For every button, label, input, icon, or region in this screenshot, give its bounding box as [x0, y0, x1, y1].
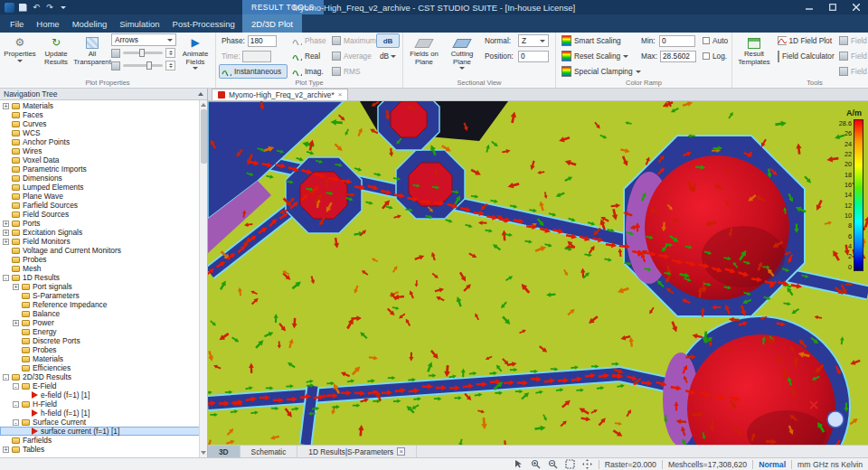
collapse-icon[interactable]: - — [13, 383, 19, 390]
app-icon[interactable] — [4, 3, 14, 13]
pan-icon[interactable] — [581, 459, 593, 470]
tree-item[interactable]: Mesh — [0, 264, 207, 273]
arrow-density-stepper[interactable] — [165, 61, 175, 70]
tree-item[interactable]: Reference Impedance — [0, 300, 207, 309]
collapse-icon[interactable]: - — [13, 401, 19, 408]
tree-item[interactable]: -H-Field — [0, 400, 207, 409]
properties-button[interactable]: ⚙ Properties — [3, 33, 37, 79]
tree-item[interactable]: e-field (f=1) [1] — [0, 390, 207, 400]
special-clamping-button[interactable]: Special Clamping — [559, 64, 637, 79]
tree-item[interactable]: surface current (f=1) [1] — [0, 427, 207, 436]
tab-post-processing[interactable]: Post-Processing — [166, 14, 241, 33]
collapse-icon[interactable]: - — [3, 275, 9, 281]
tab-home[interactable]: Home — [30, 14, 65, 33]
arrow-density-slider[interactable] — [111, 60, 176, 71]
qat-dropdown-icon[interactable] — [58, 3, 69, 13]
tree-item[interactable]: Materials — [0, 354, 207, 363]
expand-icon[interactable]: + — [13, 284, 19, 290]
expand-icon[interactable]: + — [3, 239, 9, 245]
log-checkbox[interactable]: Log. — [700, 49, 729, 63]
document-tab[interactable]: Myomo-High_Freq_v2_archive* × — [212, 89, 348, 100]
tree-item[interactable]: -E-Field — [0, 381, 207, 390]
tree-item[interactable]: Wires — [0, 146, 207, 155]
undo-icon[interactable]: ↶ — [31, 3, 42, 13]
tab-modeling[interactable]: Modeling — [66, 14, 114, 33]
tree-item[interactable]: Voltage and Current Monitors — [0, 246, 207, 255]
collapse-panel-icon[interactable] — [198, 92, 203, 96]
real-button[interactable]: Real — [289, 49, 327, 63]
select-icon[interactable] — [513, 459, 524, 470]
zoom-in-icon[interactable] — [530, 459, 542, 470]
smart-scaling-button[interactable]: Smart Scaling — [559, 33, 637, 48]
tree-item[interactable]: Farfield Sources — [0, 201, 207, 210]
tree-item[interactable]: Field Sources — [0, 210, 207, 219]
scroll-up-icon[interactable] — [201, 103, 206, 107]
fields-on-plane-button[interactable]: Fields on Plane — [406, 33, 442, 79]
result-templates-button[interactable]: Result Templates — [735, 33, 773, 79]
arrows-select[interactable]: Arrows — [111, 33, 176, 46]
tree-item[interactable]: WCS — [0, 128, 207, 137]
tree-item[interactable]: Curves — [0, 119, 207, 128]
tree-item[interactable]: Balance — [0, 309, 207, 318]
zoom-out-icon[interactable] — [547, 459, 559, 470]
redo-icon[interactable]: ↷ — [44, 3, 55, 13]
minimize-button[interactable] — [797, 0, 821, 14]
tree-item[interactable]: Energy — [0, 327, 207, 336]
tree-item[interactable]: -2D/3D Results — [0, 372, 207, 381]
close-icon[interactable]: × — [338, 91, 343, 99]
all-transparent-button[interactable]: All Transparent — [75, 33, 109, 79]
tab-2d3d-plot[interactable]: 2D/3D Plot — [242, 14, 302, 33]
tree-item[interactable]: +Tables — [0, 445, 207, 454]
tree-item[interactable]: +Ports — [0, 219, 207, 228]
collapse-icon[interactable]: - — [3, 374, 9, 381]
tab-file[interactable]: File — [4, 14, 30, 33]
tree-item[interactable]: Discrete Ports — [0, 336, 207, 345]
tree-item[interactable]: Faces — [0, 110, 207, 119]
field-plot-1d-button[interactable]: 1D Field Plot — [775, 33, 835, 48]
phase-input[interactable] — [248, 35, 277, 47]
maximize-button[interactable] — [821, 0, 844, 14]
imag-button[interactable]: Imag. — [289, 64, 327, 79]
tree-item[interactable]: +Power — [0, 318, 207, 327]
tree-item[interactable]: +Excitation Signals — [0, 228, 207, 237]
expand-icon[interactable]: + — [3, 221, 9, 227]
tree-item[interactable]: +Materials — [0, 101, 207, 110]
tree-item[interactable]: S-Parameters — [0, 291, 207, 300]
tree-item[interactable]: Dimensions — [0, 174, 207, 183]
tree-item[interactable]: Efficiencies — [0, 363, 207, 372]
tab-3d[interactable]: 3D — [208, 446, 241, 457]
tree-item[interactable]: -Surface Current — [0, 418, 207, 427]
tree-item[interactable]: Parametric Imports — [0, 164, 207, 174]
expand-icon[interactable]: + — [3, 103, 9, 109]
tree-item[interactable]: Farfields — [0, 436, 207, 445]
expand-icon[interactable]: + — [3, 446, 9, 453]
tree-item[interactable]: Probes — [0, 345, 207, 354]
tree-item[interactable]: +Field Monitors — [0, 237, 207, 246]
tab-1d-results[interactable]: 1D Results|S-Parameters × — [297, 446, 417, 457]
db-toggle[interactable]: dB — [376, 33, 400, 48]
cutting-plane-button[interactable]: Cutting Plane — [444, 33, 480, 79]
close-icon[interactable]: × — [397, 447, 405, 456]
field-calculator-button[interactable]: Field Calculator — [775, 49, 835, 63]
db-dropdown[interactable]: dB — [376, 49, 400, 63]
collapse-icon[interactable]: - — [13, 419, 19, 426]
expand-icon[interactable]: + — [3, 230, 9, 236]
tree-item[interactable]: Voxel Data — [0, 155, 207, 164]
instantaneous-toggle[interactable]: Instantaneous — [219, 64, 288, 79]
scroll-down-icon[interactable] — [201, 451, 206, 455]
normal-select[interactable]: Z — [518, 34, 549, 47]
tree-item[interactable]: Lumped Elements — [0, 183, 207, 192]
arrow-size-stepper[interactable] — [165, 48, 175, 58]
update-results-button[interactable]: ↻ Update Results — [39, 33, 73, 79]
mode-indicator[interactable]: Normal — [759, 460, 786, 469]
nav-scrollbar[interactable] — [199, 100, 207, 457]
3d-viewport[interactable]: A/m 28.626242220181614121086420 — [208, 101, 868, 445]
tab-schematic[interactable]: Schematic — [241, 446, 298, 457]
tree-item[interactable]: +Port signals — [0, 282, 207, 291]
units-display[interactable]: mm GHz ns Kelvin — [797, 460, 863, 469]
arrow-size-slider[interactable] — [111, 47, 176, 59]
animate-fields-button[interactable]: ▶ Animate Fields — [178, 33, 212, 79]
tab-simulation[interactable]: Simulation — [113, 14, 165, 33]
min-input[interactable] — [659, 35, 695, 47]
save-icon[interactable] — [17, 3, 28, 13]
